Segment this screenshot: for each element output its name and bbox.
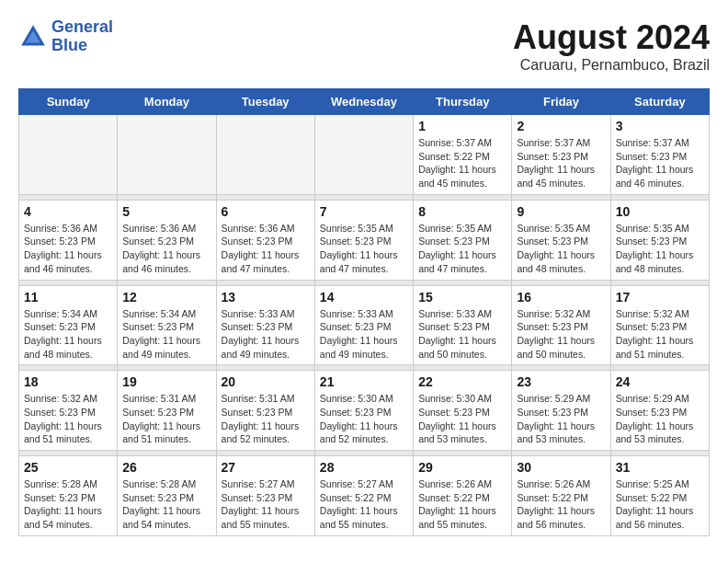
day-info: Sunrise: 5:27 AM Sunset: 5:23 PM Dayligh… xyxy=(222,477,310,532)
day-header-wednesday: Wednesday xyxy=(314,89,413,115)
calendar-day: 2Sunrise: 5:37 AM Sunset: 5:23 PM Daylig… xyxy=(512,115,610,195)
day-header-saturday: Saturday xyxy=(610,89,709,115)
day-number: 1 xyxy=(418,119,506,133)
calendar-day: 10Sunrise: 5:35 AM Sunset: 5:23 PM Dayli… xyxy=(610,200,709,280)
calendar-day: 18Sunrise: 5:32 AM Sunset: 5:23 PM Dayli… xyxy=(19,371,118,451)
day-number: 21 xyxy=(320,374,408,389)
day-header-friday: Friday xyxy=(512,89,610,115)
calendar-day: 13Sunrise: 5:33 AM Sunset: 5:23 PM Dayli… xyxy=(216,285,314,365)
subtitle: Caruaru, Pernambuco, Brazil xyxy=(513,57,710,74)
day-number: 10 xyxy=(616,204,704,219)
calendar-day: 29Sunrise: 5:26 AM Sunset: 5:22 PM Dayli… xyxy=(414,456,512,536)
day-info: Sunrise: 5:35 AM Sunset: 5:23 PM Dayligh… xyxy=(517,222,605,276)
calendar-day: 9Sunrise: 5:35 AM Sunset: 5:23 PM Daylig… xyxy=(512,200,610,280)
day-number: 31 xyxy=(616,460,704,475)
day-number: 24 xyxy=(616,374,704,389)
title-block: August 2024 Caruaru, Pernambuco, Brazil xyxy=(513,18,710,74)
day-info: Sunrise: 5:29 AM Sunset: 5:23 PM Dayligh… xyxy=(517,392,605,446)
day-number: 16 xyxy=(517,290,605,304)
day-number: 29 xyxy=(418,460,506,475)
day-info: Sunrise: 5:30 AM Sunset: 5:23 PM Dayligh… xyxy=(418,392,506,446)
day-info: Sunrise: 5:28 AM Sunset: 5:23 PM Dayligh… xyxy=(24,477,112,532)
day-info: Sunrise: 5:33 AM Sunset: 5:23 PM Dayligh… xyxy=(320,307,408,362)
day-info: Sunrise: 5:27 AM Sunset: 5:22 PM Dayligh… xyxy=(320,477,408,532)
calendar-header-row: SundayMondayTuesdayWednesdayThursdayFrid… xyxy=(19,89,710,115)
logo-text: General Blue xyxy=(51,18,113,55)
day-header-tuesday: Tuesday xyxy=(216,89,314,115)
day-number: 20 xyxy=(222,374,310,389)
day-number: 3 xyxy=(616,119,704,133)
main-title: August 2024 xyxy=(513,18,710,57)
day-number: 8 xyxy=(418,204,506,219)
calendar-week-5: 25Sunrise: 5:28 AM Sunset: 5:23 PM Dayli… xyxy=(19,456,710,536)
day-info: Sunrise: 5:37 AM Sunset: 5:23 PM Dayligh… xyxy=(517,136,605,190)
calendar-day: 25Sunrise: 5:28 AM Sunset: 5:23 PM Dayli… xyxy=(19,456,118,536)
calendar-day: 12Sunrise: 5:34 AM Sunset: 5:23 PM Dayli… xyxy=(118,285,216,365)
calendar-day: 14Sunrise: 5:33 AM Sunset: 5:23 PM Dayli… xyxy=(314,285,413,365)
day-number: 27 xyxy=(222,460,310,475)
day-number: 14 xyxy=(320,290,408,304)
day-info: Sunrise: 5:25 AM Sunset: 5:22 PM Dayligh… xyxy=(616,477,704,532)
day-number: 17 xyxy=(616,290,704,304)
day-info: Sunrise: 5:37 AM Sunset: 5:22 PM Dayligh… xyxy=(418,136,506,190)
day-number: 2 xyxy=(517,119,605,133)
day-number: 28 xyxy=(320,460,408,475)
calendar-day: 8Sunrise: 5:35 AM Sunset: 5:23 PM Daylig… xyxy=(414,200,512,280)
day-info: Sunrise: 5:32 AM Sunset: 5:23 PM Dayligh… xyxy=(24,392,112,446)
logo: General Blue xyxy=(18,18,113,55)
day-info: Sunrise: 5:26 AM Sunset: 5:22 PM Dayligh… xyxy=(418,477,506,532)
calendar-day xyxy=(19,115,118,195)
day-header-monday: Monday xyxy=(118,89,216,115)
day-number: 30 xyxy=(517,460,605,475)
calendar-day: 11Sunrise: 5:34 AM Sunset: 5:23 PM Dayli… xyxy=(19,285,118,365)
day-info: Sunrise: 5:35 AM Sunset: 5:23 PM Dayligh… xyxy=(320,222,408,276)
day-number: 15 xyxy=(418,290,506,304)
calendar-week-2: 4Sunrise: 5:36 AM Sunset: 5:23 PM Daylig… xyxy=(19,200,710,280)
day-info: Sunrise: 5:31 AM Sunset: 5:23 PM Dayligh… xyxy=(122,392,210,446)
calendar-week-4: 18Sunrise: 5:32 AM Sunset: 5:23 PM Dayli… xyxy=(19,371,710,451)
day-number: 9 xyxy=(517,204,605,219)
calendar-week-3: 11Sunrise: 5:34 AM Sunset: 5:23 PM Dayli… xyxy=(19,285,710,365)
day-number: 26 xyxy=(122,460,210,475)
calendar-day: 24Sunrise: 5:29 AM Sunset: 5:23 PM Dayli… xyxy=(610,371,709,451)
calendar-day: 26Sunrise: 5:28 AM Sunset: 5:23 PM Dayli… xyxy=(118,456,216,536)
calendar-day: 23Sunrise: 5:29 AM Sunset: 5:23 PM Dayli… xyxy=(512,371,610,451)
calendar-day: 31Sunrise: 5:25 AM Sunset: 5:22 PM Dayli… xyxy=(610,456,709,536)
day-number: 13 xyxy=(222,290,310,304)
day-number: 22 xyxy=(418,374,506,389)
day-info: Sunrise: 5:36 AM Sunset: 5:23 PM Dayligh… xyxy=(222,222,310,276)
day-info: Sunrise: 5:28 AM Sunset: 5:23 PM Dayligh… xyxy=(122,477,210,532)
day-info: Sunrise: 5:34 AM Sunset: 5:23 PM Dayligh… xyxy=(24,307,112,362)
day-info: Sunrise: 5:26 AM Sunset: 5:22 PM Dayligh… xyxy=(517,477,605,532)
day-header-sunday: Sunday xyxy=(19,89,118,115)
calendar-day: 17Sunrise: 5:32 AM Sunset: 5:23 PM Dayli… xyxy=(610,285,709,365)
logo-icon xyxy=(18,22,48,52)
day-number: 6 xyxy=(222,204,310,219)
calendar-week-1: 1Sunrise: 5:37 AM Sunset: 5:22 PM Daylig… xyxy=(19,115,710,195)
day-info: Sunrise: 5:36 AM Sunset: 5:23 PM Dayligh… xyxy=(24,222,112,276)
calendar-day xyxy=(314,115,413,195)
day-number: 5 xyxy=(122,204,210,219)
calendar-day: 19Sunrise: 5:31 AM Sunset: 5:23 PM Dayli… xyxy=(118,371,216,451)
day-number: 19 xyxy=(122,374,210,389)
day-number: 25 xyxy=(24,460,112,475)
calendar-day: 27Sunrise: 5:27 AM Sunset: 5:23 PM Dayli… xyxy=(216,456,314,536)
day-number: 23 xyxy=(517,374,605,389)
calendar-day: 4Sunrise: 5:36 AM Sunset: 5:23 PM Daylig… xyxy=(19,200,118,280)
day-number: 18 xyxy=(24,374,112,389)
day-info: Sunrise: 5:36 AM Sunset: 5:23 PM Dayligh… xyxy=(122,222,210,276)
calendar-day: 7Sunrise: 5:35 AM Sunset: 5:23 PM Daylig… xyxy=(314,200,413,280)
calendar-day: 3Sunrise: 5:37 AM Sunset: 5:23 PM Daylig… xyxy=(610,115,709,195)
calendar-day: 1Sunrise: 5:37 AM Sunset: 5:22 PM Daylig… xyxy=(414,115,512,195)
calendar-day: 28Sunrise: 5:27 AM Sunset: 5:22 PM Dayli… xyxy=(314,456,413,536)
calendar-day: 6Sunrise: 5:36 AM Sunset: 5:23 PM Daylig… xyxy=(216,200,314,280)
day-info: Sunrise: 5:37 AM Sunset: 5:23 PM Dayligh… xyxy=(616,136,704,190)
day-info: Sunrise: 5:32 AM Sunset: 5:23 PM Dayligh… xyxy=(517,307,605,362)
calendar-day: 5Sunrise: 5:36 AM Sunset: 5:23 PM Daylig… xyxy=(118,200,216,280)
day-info: Sunrise: 5:32 AM Sunset: 5:23 PM Dayligh… xyxy=(616,307,704,362)
calendar-day: 21Sunrise: 5:30 AM Sunset: 5:23 PM Dayli… xyxy=(314,371,413,451)
calendar-day: 16Sunrise: 5:32 AM Sunset: 5:23 PM Dayli… xyxy=(512,285,610,365)
calendar-day xyxy=(118,115,216,195)
page-header: General Blue August 2024 Caruaru, Pernam… xyxy=(18,18,710,74)
calendar-day: 15Sunrise: 5:33 AM Sunset: 5:23 PM Dayli… xyxy=(414,285,512,365)
